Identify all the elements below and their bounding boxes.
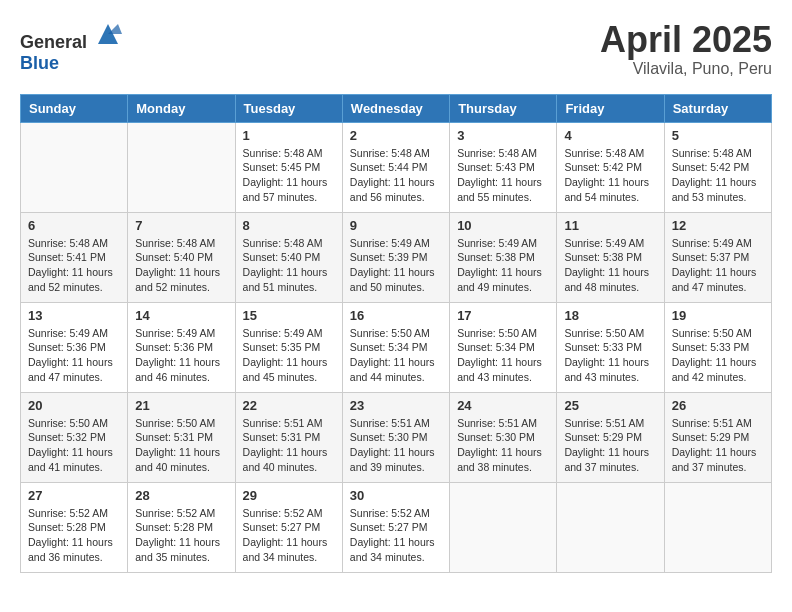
calendar-cell	[664, 482, 771, 572]
day-detail: Sunrise: 5:49 AMSunset: 5:39 PMDaylight:…	[350, 236, 442, 295]
day-number: 20	[28, 398, 120, 413]
logo-general: General	[20, 32, 87, 52]
day-number: 21	[135, 398, 227, 413]
calendar-cell: 15Sunrise: 5:49 AMSunset: 5:35 PMDayligh…	[235, 302, 342, 392]
calendar-cell: 26Sunrise: 5:51 AMSunset: 5:29 PMDayligh…	[664, 392, 771, 482]
day-number: 3	[457, 128, 549, 143]
day-number: 27	[28, 488, 120, 503]
calendar-cell: 4Sunrise: 5:48 AMSunset: 5:42 PMDaylight…	[557, 122, 664, 212]
calendar-cell: 9Sunrise: 5:49 AMSunset: 5:39 PMDaylight…	[342, 212, 449, 302]
logo-blue: Blue	[20, 53, 59, 73]
calendar-cell: 11Sunrise: 5:49 AMSunset: 5:38 PMDayligh…	[557, 212, 664, 302]
day-number: 19	[672, 308, 764, 323]
calendar-cell: 16Sunrise: 5:50 AMSunset: 5:34 PMDayligh…	[342, 302, 449, 392]
day-detail: Sunrise: 5:51 AMSunset: 5:30 PMDaylight:…	[350, 416, 442, 475]
day-number: 5	[672, 128, 764, 143]
calendar-cell	[557, 482, 664, 572]
day-number: 18	[564, 308, 656, 323]
weekday-header-monday: Monday	[128, 94, 235, 122]
calendar-week-2: 6Sunrise: 5:48 AMSunset: 5:41 PMDaylight…	[21, 212, 772, 302]
calendar-cell	[450, 482, 557, 572]
day-detail: Sunrise: 5:51 AMSunset: 5:29 PMDaylight:…	[564, 416, 656, 475]
day-number: 6	[28, 218, 120, 233]
day-number: 16	[350, 308, 442, 323]
day-number: 28	[135, 488, 227, 503]
calendar-cell: 5Sunrise: 5:48 AMSunset: 5:42 PMDaylight…	[664, 122, 771, 212]
weekday-header-saturday: Saturday	[664, 94, 771, 122]
calendar-cell: 1Sunrise: 5:48 AMSunset: 5:45 PMDaylight…	[235, 122, 342, 212]
calendar-cell: 3Sunrise: 5:48 AMSunset: 5:43 PMDaylight…	[450, 122, 557, 212]
day-detail: Sunrise: 5:49 AMSunset: 5:36 PMDaylight:…	[135, 326, 227, 385]
weekday-header-sunday: Sunday	[21, 94, 128, 122]
calendar-week-5: 27Sunrise: 5:52 AMSunset: 5:28 PMDayligh…	[21, 482, 772, 572]
day-number: 10	[457, 218, 549, 233]
calendar-cell: 10Sunrise: 5:49 AMSunset: 5:38 PMDayligh…	[450, 212, 557, 302]
day-detail: Sunrise: 5:50 AMSunset: 5:33 PMDaylight:…	[672, 326, 764, 385]
calendar-body: 1Sunrise: 5:48 AMSunset: 5:45 PMDaylight…	[21, 122, 772, 572]
day-detail: Sunrise: 5:52 AMSunset: 5:27 PMDaylight:…	[243, 506, 335, 565]
calendar-cell: 12Sunrise: 5:49 AMSunset: 5:37 PMDayligh…	[664, 212, 771, 302]
calendar-cell: 6Sunrise: 5:48 AMSunset: 5:41 PMDaylight…	[21, 212, 128, 302]
calendar-cell: 28Sunrise: 5:52 AMSunset: 5:28 PMDayligh…	[128, 482, 235, 572]
day-detail: Sunrise: 5:48 AMSunset: 5:45 PMDaylight:…	[243, 146, 335, 205]
day-number: 8	[243, 218, 335, 233]
day-detail: Sunrise: 5:48 AMSunset: 5:40 PMDaylight:…	[243, 236, 335, 295]
day-number: 23	[350, 398, 442, 413]
calendar-week-4: 20Sunrise: 5:50 AMSunset: 5:32 PMDayligh…	[21, 392, 772, 482]
title-area: April 2025 Vilavila, Puno, Peru	[600, 20, 772, 78]
calendar-cell: 24Sunrise: 5:51 AMSunset: 5:30 PMDayligh…	[450, 392, 557, 482]
day-number: 14	[135, 308, 227, 323]
calendar-cell: 23Sunrise: 5:51 AMSunset: 5:30 PMDayligh…	[342, 392, 449, 482]
day-number: 30	[350, 488, 442, 503]
calendar-cell: 14Sunrise: 5:49 AMSunset: 5:36 PMDayligh…	[128, 302, 235, 392]
calendar-cell: 13Sunrise: 5:49 AMSunset: 5:36 PMDayligh…	[21, 302, 128, 392]
calendar-cell: 27Sunrise: 5:52 AMSunset: 5:28 PMDayligh…	[21, 482, 128, 572]
logo: General Blue	[20, 20, 122, 74]
weekday-header-tuesday: Tuesday	[235, 94, 342, 122]
calendar-cell: 21Sunrise: 5:50 AMSunset: 5:31 PMDayligh…	[128, 392, 235, 482]
day-number: 1	[243, 128, 335, 143]
day-detail: Sunrise: 5:49 AMSunset: 5:36 PMDaylight:…	[28, 326, 120, 385]
weekday-header-thursday: Thursday	[450, 94, 557, 122]
day-number: 12	[672, 218, 764, 233]
calendar-cell: 7Sunrise: 5:48 AMSunset: 5:40 PMDaylight…	[128, 212, 235, 302]
day-detail: Sunrise: 5:51 AMSunset: 5:30 PMDaylight:…	[457, 416, 549, 475]
calendar-cell	[128, 122, 235, 212]
day-detail: Sunrise: 5:51 AMSunset: 5:29 PMDaylight:…	[672, 416, 764, 475]
weekday-header-wednesday: Wednesday	[342, 94, 449, 122]
day-detail: Sunrise: 5:48 AMSunset: 5:44 PMDaylight:…	[350, 146, 442, 205]
day-detail: Sunrise: 5:50 AMSunset: 5:33 PMDaylight:…	[564, 326, 656, 385]
day-detail: Sunrise: 5:52 AMSunset: 5:27 PMDaylight:…	[350, 506, 442, 565]
day-number: 9	[350, 218, 442, 233]
day-detail: Sunrise: 5:49 AMSunset: 5:37 PMDaylight:…	[672, 236, 764, 295]
calendar-table: SundayMondayTuesdayWednesdayThursdayFrid…	[20, 94, 772, 573]
day-number: 22	[243, 398, 335, 413]
calendar-week-3: 13Sunrise: 5:49 AMSunset: 5:36 PMDayligh…	[21, 302, 772, 392]
day-detail: Sunrise: 5:52 AMSunset: 5:28 PMDaylight:…	[135, 506, 227, 565]
calendar-cell: 2Sunrise: 5:48 AMSunset: 5:44 PMDaylight…	[342, 122, 449, 212]
day-detail: Sunrise: 5:48 AMSunset: 5:43 PMDaylight:…	[457, 146, 549, 205]
day-detail: Sunrise: 5:48 AMSunset: 5:41 PMDaylight:…	[28, 236, 120, 295]
day-number: 15	[243, 308, 335, 323]
calendar-cell: 19Sunrise: 5:50 AMSunset: 5:33 PMDayligh…	[664, 302, 771, 392]
calendar-cell: 25Sunrise: 5:51 AMSunset: 5:29 PMDayligh…	[557, 392, 664, 482]
day-number: 17	[457, 308, 549, 323]
calendar-cell	[21, 122, 128, 212]
day-number: 24	[457, 398, 549, 413]
page-header: General Blue April 2025 Vilavila, Puno, …	[20, 20, 772, 78]
calendar-cell: 30Sunrise: 5:52 AMSunset: 5:27 PMDayligh…	[342, 482, 449, 572]
logo-text: General Blue	[20, 20, 122, 74]
calendar-cell: 17Sunrise: 5:50 AMSunset: 5:34 PMDayligh…	[450, 302, 557, 392]
page-subtitle: Vilavila, Puno, Peru	[600, 60, 772, 78]
day-detail: Sunrise: 5:50 AMSunset: 5:34 PMDaylight:…	[457, 326, 549, 385]
day-number: 2	[350, 128, 442, 143]
logo-icon	[94, 20, 122, 48]
day-number: 26	[672, 398, 764, 413]
page-title: April 2025	[600, 20, 772, 60]
day-detail: Sunrise: 5:49 AMSunset: 5:38 PMDaylight:…	[564, 236, 656, 295]
day-detail: Sunrise: 5:50 AMSunset: 5:32 PMDaylight:…	[28, 416, 120, 475]
calendar-week-1: 1Sunrise: 5:48 AMSunset: 5:45 PMDaylight…	[21, 122, 772, 212]
calendar-cell: 29Sunrise: 5:52 AMSunset: 5:27 PMDayligh…	[235, 482, 342, 572]
day-detail: Sunrise: 5:49 AMSunset: 5:35 PMDaylight:…	[243, 326, 335, 385]
calendar-cell: 22Sunrise: 5:51 AMSunset: 5:31 PMDayligh…	[235, 392, 342, 482]
